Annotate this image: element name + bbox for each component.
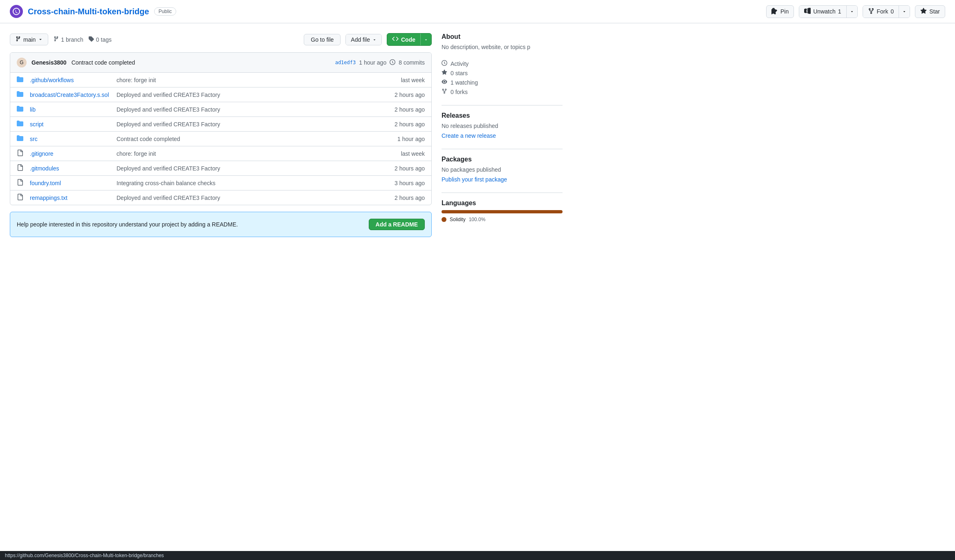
file-rows-container: .github/workflowschore: forge initlast w… — [10, 73, 431, 205]
watching-stat[interactable]: 1 watching — [442, 79, 563, 86]
stats-section: Activity 0 stars 1 watching 0 forks — [442, 60, 563, 95]
file-commit-message: Deployed and verified CREATE3 Factory — [117, 165, 383, 172]
eye-stat-icon — [442, 79, 447, 86]
file-name-link[interactable]: broadcast/Create3Factory.s.sol — [30, 92, 112, 98]
branch-link-icon — [53, 36, 59, 43]
languages-title: Languages — [442, 199, 563, 207]
commit-author[interactable]: Genesis3800 — [31, 59, 67, 66]
code-arrow-button[interactable] — [420, 34, 431, 45]
watching-count: 1 watching — [451, 79, 478, 86]
stars-stat[interactable]: 0 stars — [442, 69, 563, 76]
releases-section: Releases No releases published Create a … — [442, 112, 563, 139]
unwatch-arrow-button[interactable] — [846, 6, 857, 18]
unwatch-label: Unwatch — [813, 8, 835, 15]
branch-count-text: 1 branch — [61, 36, 83, 43]
commit-time: 1 hour ago — [359, 59, 386, 66]
add-file-button[interactable]: Add file — [346, 34, 381, 45]
tags-count-text: 0 tags — [96, 36, 112, 43]
file-time: 1 hour ago — [388, 136, 425, 142]
top-bar: Cross-chain-Multi-token-bridge Public Pi… — [0, 0, 955, 23]
add-file-dropdown: Add file — [345, 34, 382, 45]
file-time: 2 hours ago — [388, 121, 425, 128]
no-releases-text: No releases published — [442, 123, 563, 129]
file-commit-message: Deployed and verified CREATE3 Factory — [117, 121, 383, 128]
folder-icon — [17, 105, 25, 113]
language-name: Solidity — [450, 217, 466, 222]
fork-stat-icon — [442, 88, 447, 95]
code-button[interactable]: Code — [387, 34, 420, 45]
sidebar: About No description, website, or topics… — [442, 33, 563, 237]
activity-stat[interactable]: Activity — [442, 60, 563, 67]
star-button[interactable]: Star — [915, 5, 945, 18]
visibility-badge: Public — [154, 7, 177, 16]
file-name-link[interactable]: remappings.txt — [30, 195, 112, 201]
unwatch-button[interactable]: Unwatch 1 — [799, 6, 846, 18]
file-name-link[interactable]: .github/workflows — [30, 77, 112, 83]
star-icon — [920, 8, 927, 16]
publish-package-link[interactable]: Publish your first package — [442, 176, 507, 183]
file-name-link[interactable]: .gitignore — [30, 150, 112, 157]
repo-avatar — [10, 5, 23, 18]
sidebar-divider-2 — [442, 149, 563, 149]
readme-banner: Help people interested in this repositor… — [10, 212, 432, 237]
pin-icon — [771, 8, 778, 16]
packages-title: Packages — [442, 156, 563, 163]
commits-count-text: 8 commits — [399, 59, 425, 66]
file-time: 2 hours ago — [388, 92, 425, 98]
file-commit-message: Integrating cross-chain balance checks — [117, 180, 383, 186]
code-icon — [392, 36, 399, 43]
folder-icon — [17, 135, 25, 143]
branch-selector[interactable]: main — [10, 34, 48, 45]
packages-section: Packages No packages published Publish y… — [442, 156, 563, 183]
language-item[interactable]: Solidity 100.0% — [442, 217, 563, 222]
no-packages-text: No packages published — [442, 166, 563, 173]
file-icon — [17, 194, 25, 202]
star-stat-icon — [442, 69, 447, 76]
svg-text:G: G — [20, 60, 23, 65]
file-row: broadcast/Create3Factory.s.solDeployed a… — [10, 87, 431, 102]
unwatch-count: 1 — [838, 8, 841, 15]
file-name-link[interactable]: script — [30, 121, 112, 128]
commit-message: Contract code completed — [72, 59, 135, 66]
about-description: No description, website, or topics p — [442, 44, 563, 50]
commit-avatar: G — [17, 58, 27, 67]
forks-stat[interactable]: 0 forks — [442, 88, 563, 95]
repo-content: main 1 branch 0 tags Go to file — [10, 33, 432, 237]
file-commit-message: Contract code completed — [117, 136, 383, 142]
star-label: Star — [929, 8, 940, 15]
clock-icon — [390, 59, 395, 66]
file-name-link[interactable]: lib — [30, 106, 112, 113]
commits-count-link[interactable]: 8 commits — [399, 59, 425, 66]
file-name-link[interactable]: foundry.toml — [30, 180, 112, 186]
folder-icon — [17, 76, 25, 84]
fork-arrow-button[interactable] — [899, 6, 910, 18]
create-release-link[interactable]: Create a new release — [442, 132, 496, 139]
file-row: libDeployed and verified CREATE3 Factory… — [10, 102, 431, 117]
file-time: 2 hours ago — [388, 106, 425, 113]
sidebar-divider-1 — [442, 105, 563, 105]
sidebar-divider-3 — [442, 193, 563, 193]
file-row: srcContract code completed1 hour ago — [10, 132, 431, 146]
file-commit-message: Deployed and verified CREATE3 Factory — [117, 195, 383, 201]
tags-count-link[interactable]: 0 tags — [88, 36, 112, 43]
branch-icon — [15, 36, 21, 43]
file-icon — [17, 150, 25, 157]
commit-hash[interactable]: ad1edf3 — [335, 60, 356, 65]
activity-icon — [442, 60, 447, 67]
unwatch-dropdown: Unwatch 1 — [799, 5, 857, 18]
branch-count-link[interactable]: 1 branch — [53, 36, 83, 43]
add-readme-button[interactable]: Add a README — [369, 219, 425, 230]
file-row: .gitignorechore: forge initlast week — [10, 146, 431, 161]
file-name-link[interactable]: .gitmodules — [30, 165, 112, 172]
file-row: scriptDeployed and verified CREATE3 Fact… — [10, 117, 431, 132]
file-table: G Genesis3800 Contract code completed ad… — [10, 52, 432, 205]
repo-title[interactable]: Cross-chain-Multi-token-bridge — [28, 7, 149, 16]
file-name-link[interactable]: src — [30, 136, 112, 142]
pin-button[interactable]: Pin — [766, 5, 794, 18]
goto-file-button[interactable]: Go to file — [304, 34, 341, 45]
file-commit-message: chore: forge init — [117, 77, 383, 83]
pin-label: Pin — [780, 8, 789, 15]
fork-button[interactable]: Fork 0 — [863, 6, 899, 18]
about-title: About — [442, 33, 563, 40]
file-row: remappings.txtDeployed and verified CREA… — [10, 190, 431, 205]
